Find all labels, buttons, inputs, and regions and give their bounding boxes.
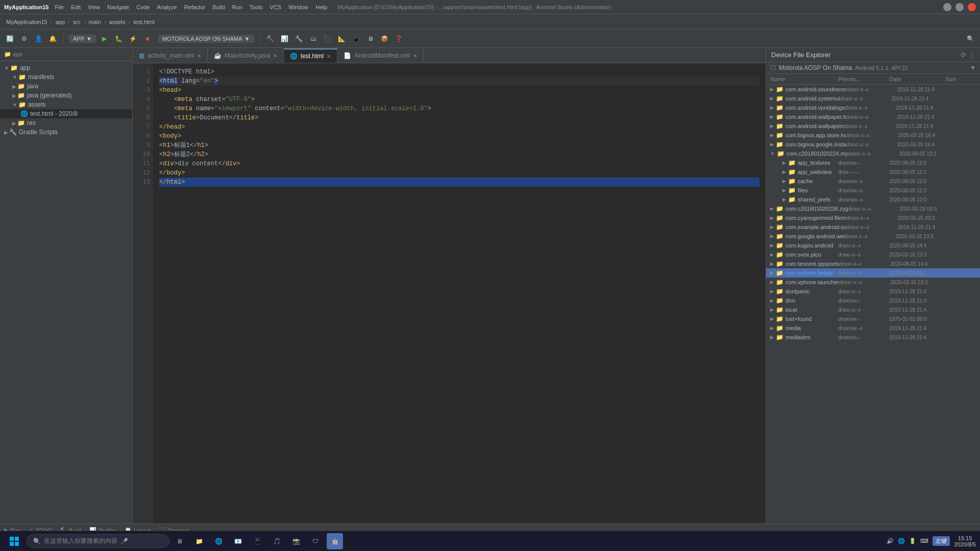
taskbar-icon-5[interactable]: 🎵 xyxy=(268,533,285,549)
tab-testhtml[interactable]: 🌐 test.html ✕ xyxy=(284,48,337,63)
file-row-mediadrm[interactable]: ▶📁mediadrm drwxrwx-- 2019-11-28 21:4 xyxy=(766,333,980,342)
file-row-media[interactable]: ▶📁media drwxrwx--x 2019-11-28 21:4 xyxy=(766,323,980,333)
code-content[interactable]: <!DOCTYPE html> <html lang="en"> <head> … xyxy=(153,63,766,523)
toolbar-notification[interactable]: 🔔 xyxy=(47,33,58,44)
file-row-cache[interactable]: ▶📁cache drwxrwx--x 2020-08-05 12:0 xyxy=(766,177,980,186)
device-configuration[interactable]: MOTOROLA AOSP ON SHAMA ▼ xyxy=(158,35,254,43)
taskbar-icon-7[interactable]: 🛡 xyxy=(307,533,324,549)
taskbar-icon-studio[interactable]: 🤖 xyxy=(327,533,343,549)
breadcrumb-main[interactable]: main xyxy=(87,18,103,26)
file-row-dontpanic[interactable]: ▶📁dontpanic drwxr-x--x 2019-11-28 21:4 xyxy=(766,287,980,296)
refresh-icon[interactable]: ⟳ xyxy=(961,51,966,59)
tree-item-res[interactable]: ▶ 📁 res xyxy=(0,118,132,128)
file-row-kugou[interactable]: ▶📁com.kugou.android drwxr-x--x 2020-08-0… xyxy=(766,241,980,250)
tree-item-manifests[interactable]: ▼ 📁 manifests xyxy=(0,72,132,82)
close-tab-testhtml[interactable]: ✕ xyxy=(327,54,331,59)
menu-analyze[interactable]: Analyze xyxy=(157,4,177,10)
toolbar-search[interactable]: 🔍 xyxy=(965,33,976,44)
file-row-wallpaperc[interactable]: ▶📁com.android.wallpaperc drwxr-x--x 2019… xyxy=(766,121,980,131)
start-button[interactable] xyxy=(4,532,24,550)
file-row-lost-found[interactable]: ▶📁lost+found drwxrwx-- 1970-01-01 08:0 xyxy=(766,314,980,323)
toolbar-analyze[interactable]: 📊 xyxy=(279,33,290,44)
file-row-systemui[interactable]: ▶📁com.android.systemui drwxr-x--x 2019-1… xyxy=(766,94,980,103)
file-row-google-android[interactable]: ▶📁com.google.android.wel drwxr-x--x 2020… xyxy=(766,232,980,241)
stop-button[interactable]: ■ xyxy=(142,33,153,44)
file-row-vphone-helper[interactable]: ▶📁com.vphone.helper drwxr-x--x 2020-04-2… xyxy=(766,268,980,278)
toolbar-sync[interactable]: 🔄 xyxy=(4,33,15,44)
close-button[interactable] xyxy=(968,3,976,11)
run-button[interactable]: ▶ xyxy=(99,33,110,44)
taskbar-icon-6[interactable]: 📸 xyxy=(288,533,304,549)
taskbar-icon-2[interactable]: 📁 xyxy=(191,533,207,549)
file-row-soundrecorder[interactable]: ▶📁com.android.soundrecor drwxr-x--x 2019… xyxy=(766,85,980,94)
file-row-cyanogenmod[interactable]: ▶📁com.cyanogenmod.filem drwxr-x--x 2020-… xyxy=(766,213,980,222)
menu-view[interactable]: View xyxy=(88,4,100,10)
file-row-tencent-qqsports[interactable]: ▶📁com.tencent.qqsports drwxr-x--x 2020-0… xyxy=(766,259,980,268)
more-icon[interactable]: ⋮ xyxy=(968,51,975,59)
file-row-vphone-launcher[interactable]: ▶📁com.vphone.launcher drwxr-x--x 2020-03… xyxy=(766,278,980,287)
file-row-files[interactable]: ▶📁files drwxrwx--x 2020-08-05 12:2 xyxy=(766,186,980,195)
search-box[interactable]: 🔍 在这里输入你要搜索的内容 🎤 xyxy=(27,534,169,548)
clock[interactable]: 15:15 2020/8/5 xyxy=(954,535,976,547)
file-row-app-webview[interactable]: ▶📁app_webview drwx------ 2020-08-05 12:1 xyxy=(766,167,980,177)
tree-item-java-gen[interactable]: ▶ 📁 java (generated) xyxy=(0,91,132,100)
file-row-drm[interactable]: ▶📁drm drwxrwx-- 2019-11-28 21:4 xyxy=(766,296,980,305)
menu-refactor[interactable]: Refactor xyxy=(184,4,206,10)
taskbar-icon-1[interactable]: 🖥 xyxy=(172,533,188,549)
device-dropdown-arrow[interactable]: ▼ xyxy=(970,64,976,71)
toolbar-layout[interactable]: 📐 xyxy=(336,33,348,44)
toolbar-device-mgr[interactable]: 📱 xyxy=(351,33,362,44)
menu-run[interactable]: Run xyxy=(232,4,242,10)
taskbar-icon-3[interactable]: 📧 xyxy=(230,533,246,549)
breadcrumb-assets[interactable]: assets xyxy=(107,18,128,26)
maximize-button[interactable] xyxy=(955,3,964,11)
taskbar-icon-4[interactable]: 📱 xyxy=(249,533,265,549)
run-configuration[interactable]: APP ▼ xyxy=(69,35,96,43)
tree-item-app[interactable]: ▼ 📁 app xyxy=(0,63,132,72)
code-editor[interactable]: 1 2 3 4 5 6 7 8 9 10 11 12 13 <!DOCTYPE … xyxy=(133,63,766,523)
menu-help[interactable]: Help xyxy=(315,4,327,10)
tray-icon-2[interactable]: 🌐 xyxy=(898,538,905,544)
tree-item-java[interactable]: ▶ 📁 java xyxy=(0,82,132,91)
minimize-button[interactable] xyxy=(943,3,951,11)
toolbar-vcs[interactable]: 🗂 xyxy=(308,33,319,44)
tree-item-testhtml[interactable]: 🌐 test.html - 2020/8 xyxy=(0,109,132,118)
breadcrumb-app[interactable]: MyApplication15 xyxy=(4,18,50,26)
file-row-app-textures[interactable]: ▶📁app_textures drwxrwx-- 2020-08-05 12:0 xyxy=(766,158,980,167)
tree-item-assets[interactable]: ▼ 📁 assets xyxy=(0,100,132,109)
profile-button[interactable]: ⚡ xyxy=(128,33,139,44)
file-row-vpndialogs[interactable]: ▶📁com.android.vpndialogs drwxr-x--x 2019… xyxy=(766,103,980,112)
close-tab-activity-main[interactable]: ✕ xyxy=(197,53,201,59)
breadcrumb-file[interactable]: test.html xyxy=(131,18,157,26)
tray-icon-4[interactable]: ⌨ xyxy=(920,538,928,544)
menu-code[interactable]: Code xyxy=(136,4,150,10)
menu-build[interactable]: Build xyxy=(212,4,225,10)
tree-item-gradle[interactable]: ▶ 🔧 Gradle Scripts xyxy=(0,128,132,137)
tab-androidmanifest[interactable]: 📄 AndroidManifest.xml ✕ xyxy=(337,48,424,63)
file-row-svox-pico[interactable]: ▶📁com.svox.pico drwxr-x--x 2020-03-16 23… xyxy=(766,250,980,259)
toolbar-profile[interactable]: 👤 xyxy=(33,33,44,44)
menu-navigate[interactable]: Navigate xyxy=(107,4,129,10)
file-row-bignox-store[interactable]: ▶📁com.bignox.app.store.hc drwxr-x--x 202… xyxy=(766,131,980,140)
file-row-c201801020224[interactable]: ▼📁com.c201801020224.my drwxr-x--x 2020-0… xyxy=(766,149,980,158)
file-row-example-android[interactable]: ▶📁com.example.android.so drwxr-x--x 2019… xyxy=(766,222,980,232)
device-checkbox[interactable]: ☐ xyxy=(770,64,776,71)
menu-file[interactable]: File xyxy=(55,4,64,10)
toolbar-refactor[interactable]: 🔧 xyxy=(293,33,305,44)
toolbar-sdk[interactable]: 📦 xyxy=(379,33,390,44)
breadcrumb-app-module[interactable]: app xyxy=(54,18,67,26)
tab-activity-main[interactable]: ▦ activity_main.xml ✕ xyxy=(133,48,208,63)
menu-tools[interactable]: Tools xyxy=(250,4,263,10)
toolbar-help[interactable]: ❓ xyxy=(394,33,405,44)
tray-icon-3[interactable]: 🔋 xyxy=(909,538,916,544)
close-tab-mainactivity[interactable]: ✕ xyxy=(273,53,277,59)
debug-button[interactable]: 🐛 xyxy=(113,33,125,44)
tab-mainactivity[interactable]: ☕ MainActivity.java ✕ xyxy=(208,48,283,63)
lang-button[interactable]: 左键 xyxy=(933,536,950,546)
toolbar-avd[interactable]: 🖥 xyxy=(365,33,376,44)
menu-vcs[interactable]: VCS xyxy=(270,4,282,10)
menu-edit[interactable]: Edit xyxy=(71,4,81,10)
close-tab-androidmanifest[interactable]: ✕ xyxy=(413,53,417,59)
toolbar-terminal[interactable]: ⬛ xyxy=(322,33,333,44)
file-row-shared-prefs[interactable]: ▶📁shared_prefs drwxrwx--x 2020-08-05 12:… xyxy=(766,195,980,204)
